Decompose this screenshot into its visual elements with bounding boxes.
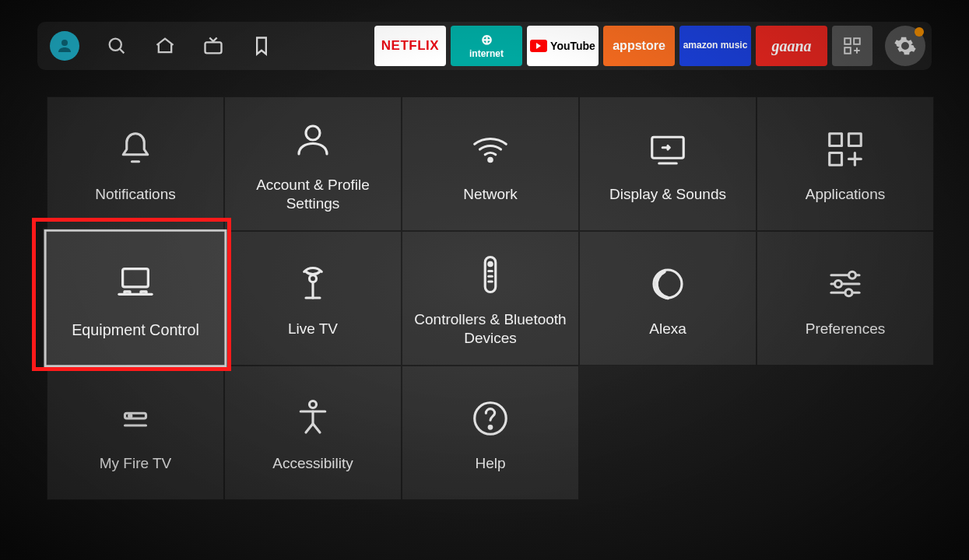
svg-rect-22 xyxy=(141,291,146,294)
tile-label: Display & Sounds xyxy=(609,185,726,204)
display-icon xyxy=(647,124,689,174)
settings-tile-display-sounds[interactable]: Display & Sounds xyxy=(579,96,757,231)
app-gaana[interactable]: gaana xyxy=(756,26,827,66)
tile-label: Notifications xyxy=(95,185,176,204)
tile-label: Alexa xyxy=(649,320,686,338)
tile-label: Equipment Control xyxy=(72,320,199,340)
settings-tile-accessibility[interactable]: Accessibility xyxy=(224,366,402,500)
svg-point-11 xyxy=(489,158,493,162)
svg-point-10 xyxy=(306,126,320,140)
bookmark-icon[interactable] xyxy=(251,35,272,57)
svg-point-27 xyxy=(489,262,493,266)
tile-label: Live TV xyxy=(288,320,338,338)
app-amazon-music[interactable]: amazon music xyxy=(679,26,751,66)
profile-avatar[interactable] xyxy=(50,31,79,61)
settings-tile-account-profile[interactable]: Account & Profile Settings xyxy=(224,96,402,231)
apps-icon xyxy=(824,124,866,174)
settings-tile-alexa[interactable]: Alexa xyxy=(579,231,757,366)
svg-rect-14 xyxy=(830,133,842,145)
settings-tile-controllers-bt[interactable]: Controllers & Bluetooth Devices xyxy=(402,231,579,366)
settings-grid: NotificationsAccount & Profile SettingsN… xyxy=(47,96,934,500)
svg-rect-5 xyxy=(854,38,860,44)
person-icon xyxy=(292,115,334,165)
app-youtube[interactable]: YouTube xyxy=(527,26,599,66)
notification-dot-icon xyxy=(915,27,924,37)
home-icon[interactable] xyxy=(154,35,176,57)
svg-rect-21 xyxy=(125,291,130,294)
svg-point-43 xyxy=(489,425,492,429)
svg-point-39 xyxy=(129,415,132,417)
app-shortcut-row: NETFLIX ⊕ internet YouTube appstore amaz… xyxy=(374,26,925,66)
help-icon xyxy=(469,394,511,443)
settings-button[interactable] xyxy=(885,26,925,66)
equipment-icon xyxy=(114,257,157,310)
tile-label: My Fire TV xyxy=(100,454,172,473)
all-apps-button[interactable] xyxy=(832,26,872,66)
app-grid-icon xyxy=(842,36,862,56)
antenna-icon xyxy=(292,259,334,309)
live-tv-icon[interactable] xyxy=(202,35,224,57)
svg-rect-16 xyxy=(830,152,842,165)
alexa-icon xyxy=(647,259,689,309)
tile-label: Account & Profile Settings xyxy=(236,176,390,213)
svg-point-35 xyxy=(835,280,842,287)
globe-icon: ⊕ xyxy=(481,33,493,47)
svg-rect-15 xyxy=(849,133,862,145)
bell-icon xyxy=(114,124,156,174)
app-internet[interactable]: ⊕ internet xyxy=(451,26,522,66)
firetv-icon xyxy=(114,394,156,443)
svg-point-1 xyxy=(110,39,121,51)
youtube-play-icon xyxy=(530,40,547,52)
svg-rect-19 xyxy=(123,268,149,286)
settings-tile-help[interactable]: Help xyxy=(402,366,579,500)
settings-tile-my-fire-tv[interactable]: My Fire TV xyxy=(47,366,224,500)
app-netflix[interactable]: NETFLIX xyxy=(374,26,446,66)
svg-point-41 xyxy=(310,401,317,408)
nav-left-group xyxy=(44,31,272,61)
settings-tile-notifications[interactable]: Notifications xyxy=(47,96,224,231)
settings-tile-network[interactable]: Network xyxy=(402,96,579,231)
sliders-icon xyxy=(824,259,866,309)
svg-point-37 xyxy=(845,289,852,296)
settings-tile-applications[interactable]: Applications xyxy=(757,96,934,231)
gear-icon xyxy=(894,34,917,58)
wifi-icon xyxy=(469,124,511,174)
svg-rect-3 xyxy=(205,42,222,53)
svg-point-33 xyxy=(849,271,856,278)
app-appstore[interactable]: appstore xyxy=(603,26,675,66)
remote-icon xyxy=(469,250,511,299)
app-internet-label: internet xyxy=(469,48,504,59)
settings-tile-live-tv[interactable]: Live TV xyxy=(224,231,402,366)
tile-label: Controllers & Bluetooth Devices xyxy=(413,310,567,348)
top-nav-bar: NETFLIX ⊕ internet YouTube appstore amaz… xyxy=(37,22,932,70)
settings-tile-equipment-control[interactable]: Equipment Control xyxy=(43,229,227,369)
svg-rect-6 xyxy=(844,47,851,54)
person-icon xyxy=(55,37,74,55)
tile-label: Preferences xyxy=(806,320,885,338)
tile-label: Help xyxy=(475,454,505,473)
svg-rect-4 xyxy=(844,38,851,44)
tile-label: Accessibility xyxy=(272,454,353,473)
app-youtube-label: YouTube xyxy=(550,40,595,52)
tile-label: Applications xyxy=(806,185,885,204)
tile-label: Network xyxy=(463,185,518,204)
svg-point-0 xyxy=(61,40,68,46)
settings-tile-preferences[interactable]: Preferences xyxy=(757,231,934,366)
search-icon[interactable] xyxy=(106,35,128,57)
accessibility-icon xyxy=(292,394,334,443)
svg-line-2 xyxy=(120,49,125,54)
